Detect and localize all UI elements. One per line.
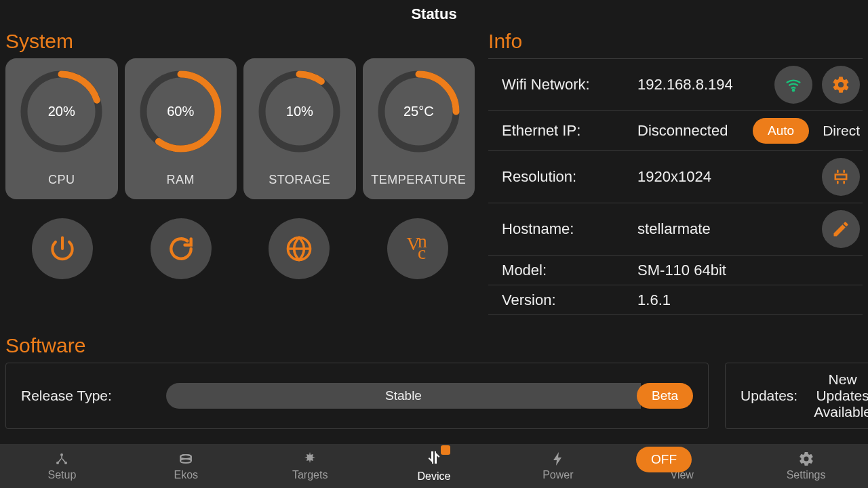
- svg-rect-13: [835, 175, 846, 180]
- device-badge-icon: [441, 445, 450, 455]
- gauge-ram-label: RAM: [167, 173, 195, 187]
- updates-value: New Updates Available: [814, 371, 868, 420]
- version-label: Version:: [502, 291, 631, 309]
- info-row-model: Model: SM-110 64bit: [488, 256, 863, 285]
- gauge-storage-label: STORAGE: [269, 173, 330, 187]
- gauge-ram-value: 60%: [138, 69, 223, 154]
- model-label: Model:: [502, 262, 631, 279]
- release-stable-button[interactable]: Stable: [166, 383, 641, 409]
- info-row-wifi: Wifi Network: 192.168.8.194: [488, 58, 863, 111]
- model-value: SM-110 64bit: [637, 262, 860, 279]
- nav-power[interactable]: Power: [496, 444, 620, 488]
- gauge-storage: 10% STORAGE: [243, 58, 356, 199]
- nav-targets-label: Targets: [292, 469, 328, 481]
- nav-setup-label: Setup: [48, 469, 77, 481]
- gauge-cpu-value: 20%: [19, 69, 104, 154]
- release-beta-button[interactable]: Beta: [637, 383, 693, 409]
- info-row-hostname: Hostname: stellarmate: [488, 203, 863, 256]
- resolution-edit-button[interactable]: [822, 158, 860, 196]
- nav-settings-label: Settings: [787, 469, 826, 481]
- gauge-storage-value: 10%: [257, 69, 342, 154]
- ethernet-label: Ethernet IP:: [502, 122, 631, 140]
- ethernet-value: Disconnected: [637, 122, 746, 140]
- nav-setup[interactable]: Setup: [0, 444, 124, 488]
- version-value: 1.6.1: [637, 291, 860, 309]
- gauge-temp-label: TEMPERATURE: [371, 173, 466, 187]
- info-row-ethernet: Ethernet IP: Disconnected Auto Direct: [488, 111, 863, 151]
- info-section-title: Info: [488, 30, 863, 53]
- nav-device[interactable]: Device: [372, 444, 496, 488]
- info-row-resolution: Resolution: 1920x1024: [488, 151, 863, 203]
- svg-text:c: c: [418, 242, 426, 263]
- hostname-edit-button[interactable]: [822, 210, 860, 248]
- restart-button[interactable]: [151, 218, 212, 279]
- svg-point-18: [180, 455, 191, 459]
- web-button[interactable]: [269, 218, 330, 279]
- bottom-nav: Setup Ekos Targets Device Power View Set…: [0, 444, 868, 488]
- resolution-label: Resolution:: [502, 168, 631, 186]
- wifi-label: Wifi Network:: [502, 76, 631, 94]
- wifi-icon-button[interactable]: [774, 66, 812, 104]
- system-section-title: System: [5, 30, 475, 53]
- gauge-cpu-label: CPU: [48, 173, 75, 187]
- nav-settings[interactable]: Settings: [744, 444, 868, 488]
- release-type-row: Release Type: Stable Beta: [5, 363, 709, 429]
- gauge-temperature: 25°C TEMPERATURE: [363, 58, 475, 199]
- hostname-label: Hostname:: [502, 220, 631, 238]
- resolution-value: 1920x1024: [637, 168, 815, 186]
- svg-point-17: [180, 459, 191, 463]
- gauge-temp-value: 25°C: [376, 69, 461, 154]
- nav-device-label: Device: [418, 470, 451, 483]
- gauge-ram: 60% RAM: [125, 58, 237, 199]
- hostname-value: stellarmate: [637, 220, 815, 238]
- system-gauges: 20% CPU 60% RAM: [5, 58, 475, 199]
- software-section-title: Software: [5, 334, 863, 357]
- page-title: Status: [0, 0, 868, 30]
- ethernet-direct-button[interactable]: Direct: [816, 123, 860, 139]
- release-type-label: Release Type:: [21, 388, 150, 404]
- nav-targets[interactable]: Targets: [248, 444, 372, 488]
- power-button[interactable]: [32, 218, 93, 279]
- remote-off-button[interactable]: OFF: [636, 447, 692, 472]
- nav-power-label: Power: [542, 469, 573, 481]
- updates-label: Updates:: [741, 388, 797, 404]
- svg-point-12: [793, 89, 794, 91]
- svg-point-14: [60, 453, 63, 456]
- wifi-settings-button[interactable]: [822, 66, 860, 104]
- updates-row: Updates: New Updates Available: [725, 363, 868, 429]
- info-row-version: Version: 1.6.1: [488, 285, 863, 315]
- nav-ekos-label: Ekos: [174, 469, 199, 481]
- ethernet-auto-button[interactable]: Auto: [753, 118, 809, 144]
- gauge-cpu: 20% CPU: [5, 58, 118, 199]
- wifi-value: 192.168.8.194: [637, 76, 768, 94]
- vnc-button[interactable]: Vnc: [387, 218, 448, 279]
- nav-ekos[interactable]: Ekos: [124, 444, 248, 488]
